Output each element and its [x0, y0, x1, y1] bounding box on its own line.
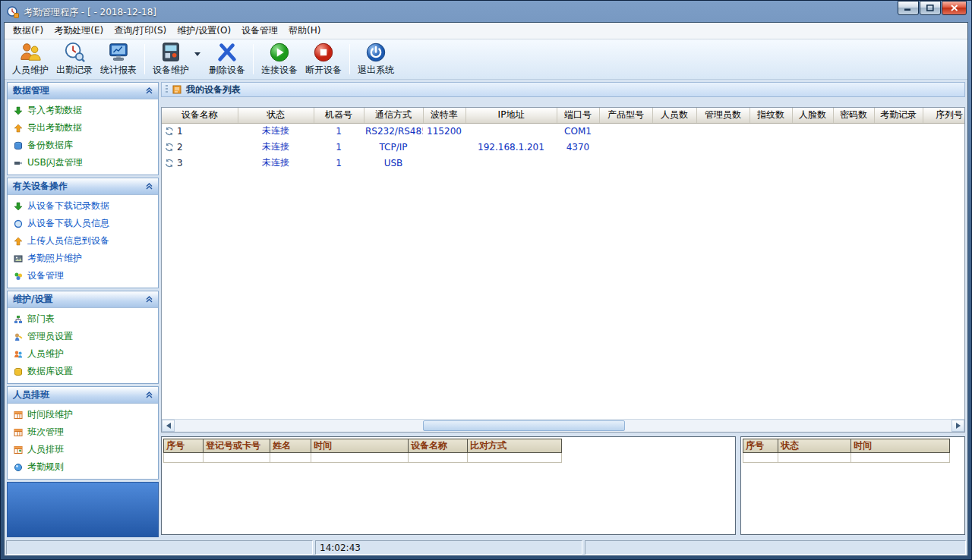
staff-maintain-label: 人员维护: [12, 64, 49, 77]
col-status[interactable]: 状态: [238, 108, 314, 123]
menu-maintain-setting[interactable]: 维护/设置(O): [172, 22, 236, 39]
col-product-model[interactable]: 产品型号: [599, 108, 652, 123]
section-header-scheduling[interactable]: 人员排班: [8, 387, 158, 404]
sidebar-item-staff-maintain[interactable]: 人员维护: [8, 345, 158, 363]
chevron-down-icon: [194, 52, 200, 56]
collapse-chevron-icon[interactable]: [146, 87, 153, 94]
maximize-button[interactable]: [920, 1, 941, 15]
col-time[interactable]: 时间: [311, 439, 409, 453]
horizontal-scrollbar: [162, 419, 964, 432]
scroll-right-button[interactable]: [951, 420, 964, 432]
device-maintain-button[interactable]: 设备维护: [150, 41, 192, 77]
col-machine-no[interactable]: 机器号: [314, 108, 364, 123]
sidebar-item-download-staff[interactable]: 从设备下载人员信息: [8, 215, 158, 232]
sidebar-item-shift-manage[interactable]: 班次管理: [8, 423, 158, 441]
sidebar-item-attendance-rules[interactable]: 考勤规则: [8, 458, 158, 476]
close-button[interactable]: [942, 1, 967, 15]
drag-grip[interactable]: [166, 85, 168, 94]
org-tree-icon: [14, 315, 24, 324]
collapse-chevron-icon[interactable]: [146, 183, 153, 190]
sidebar: 数据管理 导入考勤数据 导出考勤数据: [7, 82, 159, 537]
menu-attendance[interactable]: 考勤处理(E): [49, 22, 109, 39]
device-row[interactable]: 3 未连接 1 USB: [162, 155, 965, 171]
sidebar-item-staff-schedule[interactable]: 人员排班: [8, 441, 158, 458]
col-comm-mode[interactable]: 通信方式: [364, 108, 423, 123]
exit-system-button[interactable]: 退出系统: [355, 41, 397, 77]
delete-device-button[interactable]: 删除设备: [206, 41, 248, 77]
bottom-panels: 序号 登记号或卡号 姓名 时间 设备名称 比对方式: [161, 436, 965, 535]
col-password-count[interactable]: 密码数: [833, 108, 874, 123]
sidebar-item-admin-setting[interactable]: 管理员设置: [8, 328, 158, 345]
arrow-down-icon: [14, 106, 24, 115]
arrow-right-icon: [956, 423, 961, 429]
status-cell: 未连接: [238, 139, 314, 155]
section-header-data-manage[interactable]: 数据管理: [8, 83, 158, 99]
sidebar-item-backup-db[interactable]: 备份数据库: [8, 137, 158, 154]
col-status[interactable]: 状态: [778, 439, 851, 453]
disconnect-device-button[interactable]: 断开设备: [302, 41, 345, 77]
col-admin-count[interactable]: 管理员数: [696, 108, 750, 123]
col-serial[interactable]: 序列号: [923, 108, 965, 123]
col-enroll-or-card[interactable]: 登记号或卡号: [204, 439, 270, 453]
connect-device-button[interactable]: 连接设备: [258, 41, 301, 77]
sidebar-section-data-manage: 数据管理 导入考勤数据 导出考勤数据: [7, 82, 159, 175]
minimize-button[interactable]: [898, 1, 919, 15]
col-attendance-records[interactable]: 考勤记录: [874, 108, 923, 123]
menu-data[interactable]: 数据(F): [8, 22, 49, 39]
usb-drive-icon: [14, 159, 24, 168]
menu-bar: 数据(F) 考勤处理(E) 查询/打印(S) 维护/设置(O) 设备管理 帮助(…: [5, 23, 967, 39]
scrollbar-track[interactable]: [175, 420, 951, 432]
attendance-record-button[interactable]: 出勤记录: [53, 41, 96, 77]
col-time[interactable]: 时间: [851, 439, 950, 453]
col-face-count[interactable]: 人脸数: [792, 108, 833, 123]
menu-help[interactable]: 帮助(H): [283, 22, 326, 39]
collapse-chevron-icon[interactable]: [146, 392, 153, 398]
col-verify-mode[interactable]: 比对方式: [468, 439, 562, 453]
collapse-chevron-icon[interactable]: [146, 296, 153, 303]
device-maintain-dropdown[interactable]: [194, 41, 204, 77]
status-cell: 未连接: [238, 155, 314, 171]
sidebar-item-timeperiod[interactable]: 时间段维护: [8, 406, 158, 423]
sidebar-item-department[interactable]: 部门表: [8, 310, 158, 328]
col-ip-address[interactable]: IP地址: [465, 108, 557, 123]
sidebar-section-device-ops: 有关设备操作 从设备下载记录数据 从设备下载人员信息: [7, 178, 159, 288]
section-title: 人员排班: [13, 389, 49, 401]
sidebar-item-upload-staff[interactable]: 上传人员信息到设备: [8, 232, 158, 250]
section-header-device-ops[interactable]: 有关设备操作: [8, 178, 158, 195]
col-fingerprint-count[interactable]: 指纹数: [750, 108, 792, 123]
sidebar-item-import-data[interactable]: 导入考勤数据: [8, 102, 158, 119]
clock-time: 14:02:43: [320, 543, 361, 553]
col-port[interactable]: 端口号: [557, 108, 599, 123]
sidebar-item-usb-disk[interactable]: USB闪盘管理: [8, 154, 158, 171]
sidebar-item-device-manage[interactable]: 设备管理: [8, 267, 158, 285]
arrow-up-icon: [14, 124, 24, 133]
scrollbar-thumb[interactable]: [423, 420, 625, 431]
scroll-left-button[interactable]: [162, 420, 175, 432]
maximize-icon: [926, 5, 934, 11]
report-button[interactable]: 统计报表: [97, 41, 140, 77]
col-seq[interactable]: 序号: [743, 439, 778, 453]
toolbar: 人员维护 出勤记录: [5, 39, 967, 80]
col-device-name[interactable]: 设备名称: [162, 108, 238, 123]
sidebar-item-photo-maintain[interactable]: 考勤照片维护: [8, 250, 158, 267]
exit-system-label: 退出系统: [358, 64, 394, 77]
device-row[interactable]: 2 未连接 1 TCP/IP 192.168.1.201 4370: [162, 139, 965, 155]
col-name[interactable]: 姓名: [270, 439, 311, 453]
minimize-icon: [904, 5, 912, 11]
device-row[interactable]: 1 未连接 1 RS232/RS485 115200 COM1: [162, 123, 965, 139]
col-device-name[interactable]: 设备名称: [409, 439, 468, 453]
realtime-records-panel: 序号 登记号或卡号 姓名 时间 设备名称 比对方式: [161, 436, 736, 535]
col-people-count[interactable]: 人员数: [652, 108, 696, 123]
status-cell-left: [6, 540, 313, 555]
section-header-maintain[interactable]: 维护/设置: [8, 291, 158, 308]
sidebar-item-download-records[interactable]: 从设备下载记录数据: [8, 197, 158, 215]
report-label: 统计报表: [100, 64, 137, 77]
col-seq[interactable]: 序号: [164, 439, 204, 453]
sidebar-item-export-data[interactable]: 导出考勤数据: [8, 119, 158, 137]
menu-query-print[interactable]: 查询/打印(S): [109, 22, 172, 39]
col-baud-rate[interactable]: 波特率: [423, 108, 465, 123]
menu-device-manage[interactable]: 设备管理: [236, 22, 283, 39]
staff-maintain-button[interactable]: 人员维护: [9, 41, 52, 77]
section-title: 维护/设置: [13, 293, 52, 306]
sidebar-item-db-setting[interactable]: 数据库设置: [8, 363, 158, 380]
